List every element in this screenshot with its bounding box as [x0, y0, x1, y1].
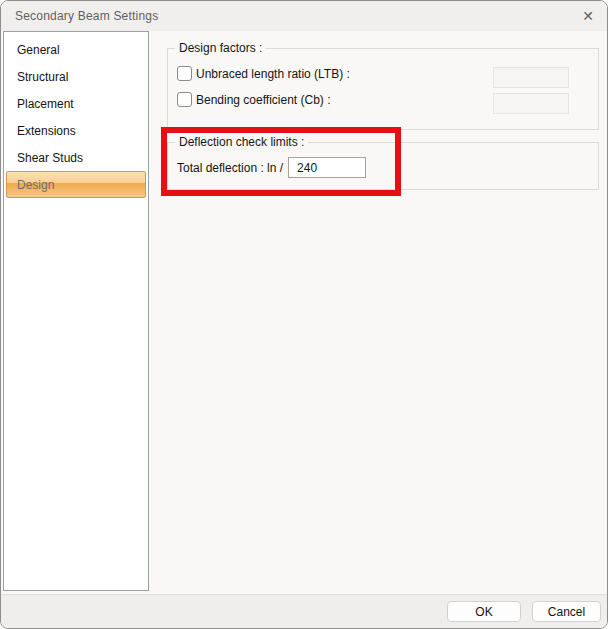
design-factors-group: Design factors : Unbraced length ratio (… [167, 48, 599, 130]
ok-button[interactable]: OK [447, 601, 521, 622]
sidebar-item-design[interactable]: Design [6, 171, 146, 198]
deflection-check-limits-group-title: Deflection check limits : [175, 135, 308, 149]
bending-coefficient-checkbox[interactable] [177, 92, 192, 107]
unbraced-length-input[interactable] [493, 67, 569, 88]
title-bar: Secondary Beam Settings ✕ [1, 1, 607, 31]
secondary-beam-settings-dialog: Secondary Beam Settings ✕ General Struct… [0, 0, 608, 629]
design-factors-group-title: Design factors : [175, 41, 266, 55]
sidebar-item-general[interactable]: General [6, 36, 146, 63]
bending-coefficient-row: Bending coefficient (Cb) : [177, 92, 331, 107]
dialog-body: General Structural Placement Extensions … [1, 31, 607, 594]
close-icon: ✕ [582, 8, 594, 24]
sidebar-item-structural[interactable]: Structural [6, 63, 146, 90]
close-button[interactable]: ✕ [569, 1, 607, 31]
bending-coefficient-label: Bending coefficient (Cb) : [196, 93, 331, 107]
total-deflection-row: Total deflection : ln / [177, 157, 366, 178]
dialog-footer: OK Cancel [1, 594, 607, 628]
sidebar-item-shear-studs[interactable]: Shear Studs [6, 144, 146, 171]
deflection-check-limits-group: Deflection check limits : Total deflecti… [167, 142, 599, 190]
total-deflection-label: Total deflection : ln / [177, 161, 283, 175]
sidebar-item-placement[interactable]: Placement [6, 90, 146, 117]
sidebar-item-extensions[interactable]: Extensions [6, 117, 146, 144]
unbraced-length-label: Unbraced length ratio (LTB) : [196, 67, 350, 81]
unbraced-length-checkbox[interactable] [177, 66, 192, 81]
unbraced-length-row: Unbraced length ratio (LTB) : [177, 66, 350, 81]
total-deflection-input[interactable] [288, 157, 366, 178]
window-title: Secondary Beam Settings [15, 9, 158, 23]
cancel-button[interactable]: Cancel [532, 601, 601, 622]
bending-coefficient-input[interactable] [493, 93, 569, 114]
settings-category-list: General Structural Placement Extensions … [3, 31, 149, 591]
